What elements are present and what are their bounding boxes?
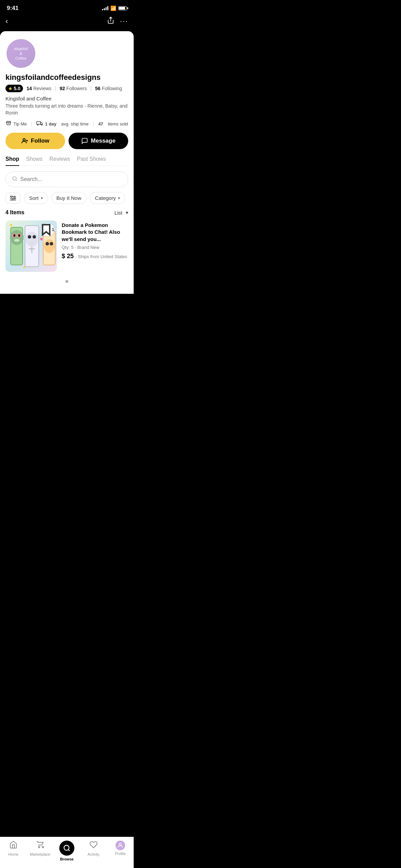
product-info: Donate a Pokemon Bookmark to Chat! Also … [62,220,128,272]
filter-button[interactable] [5,193,21,204]
stats-row: ★ 5.0 14 Reviews | 92 Followers | 56 Fol… [5,85,128,92]
wifi-icon: 📶 [110,5,116,11]
reviews-stat[interactable]: 14 Reviews [26,86,51,91]
tab-reviews[interactable]: Reviews [49,156,70,166]
more-options-button[interactable]: ··· [120,17,128,26]
nav-action-buttons: ··· [107,16,128,26]
shop-bio: Three friends turning art into dreams - … [5,103,128,116]
scroll-dot [65,280,68,283]
scroll-indicator [5,277,128,288]
svg-point-13 [14,197,15,199]
back-button[interactable]: ‹ [5,17,8,26]
ship-time-item: 1 day avg. ship time [36,121,88,127]
status-time: 9:41 [7,5,19,12]
svg-point-20 [13,234,15,237]
shop-meta: Tip Me | 1 day avg. ship time | 47 items… [5,120,128,127]
svg-point-21 [18,234,20,237]
bookmark-badge[interactable]: 1 [41,223,54,236]
items-count: 4 Items [5,209,24,216]
product-title: Donate a Pokemon Bookmark to Chat! Also … [62,222,128,243]
svg-rect-1 [37,122,40,124]
status-bar: 9:41 📶 [0,0,134,14]
tab-past-shows[interactable]: Past Shows [77,156,106,166]
tip-icon [5,120,12,127]
items-header: 4 Items List ▾ [5,209,128,216]
svg-point-17 [10,230,24,245]
status-icons: 📶 [102,5,127,11]
battery-icon [118,6,127,10]
avatar: kingsfoil&Coffee [5,38,36,69]
svg-point-7 [13,177,16,180]
svg-point-36 [46,242,49,245]
svg-point-37 [50,242,53,245]
product-image: ★ ★ ♥ ♥ [5,220,57,272]
tab-shows[interactable]: Shows [26,156,42,166]
sort-button[interactable]: Sort ▾ [24,192,48,204]
shop-name: Kingsfoil and Coffee [5,96,128,101]
svg-point-29 [29,242,34,244]
list-view-chevron-icon: ▾ [126,210,128,215]
buy-it-now-button[interactable]: Buy It Now [51,192,87,204]
tip-me-item[interactable]: Tip Me [5,120,27,127]
items-sold-item: 47 items sold [98,121,128,126]
tabs: Shop Shows Reviews Past Shows [5,156,128,166]
svg-point-14 [12,199,13,201]
category-chevron-icon: ▾ [118,196,120,201]
svg-text:♥: ♥ [40,236,43,242]
rating-badge: ★ 5.0 [5,85,23,92]
share-button[interactable] [107,16,114,26]
svg-point-27 [28,235,31,239]
search-wrapper[interactable] [5,171,128,187]
filter-row: Sort ▾ Buy It Now Category ▾ [5,192,128,204]
svg-point-26 [26,232,38,247]
main-content: Sort ▾ Buy It Now Category ▾ 4 Items Lis… [0,166,134,294]
search-input[interactable] [20,176,122,182]
svg-point-12 [11,196,12,197]
sort-chevron-icon: ▾ [41,196,43,201]
tip-me-label: Tip Me [13,121,27,126]
profile-section: kingsfoil&Coffee kingsfoilandcoffeedesig… [0,31,134,166]
product-card[interactable]: ★ ★ ♥ ♥ [5,220,128,277]
product-price: $ 25 · Ships from United States [62,253,128,260]
star-icon: ★ [8,86,12,91]
rating-value: 5.0 [14,86,20,91]
product-meta: Qty: 5 · Brand New [62,245,128,250]
ship-icon [36,121,43,127]
svg-point-2 [37,124,38,125]
list-view-button[interactable]: List ▾ [114,210,128,216]
username: kingsfoilandcoffeedesigns [5,73,128,82]
follow-button[interactable]: Follow [5,133,65,149]
message-button[interactable]: Message [69,133,128,149]
followers-stat[interactable]: 92 Followers [60,86,87,91]
svg-point-35 [44,239,55,253]
search-icon [12,176,17,183]
navigation-bar: ‹ ··· [0,14,134,31]
tab-shop[interactable]: Shop [5,156,19,166]
signal-icon [102,6,108,10]
avatar-text: kingsfoil&Coffee [14,46,28,61]
svg-point-22 [14,239,20,242]
action-buttons: Follow Message [5,133,128,149]
following-stat[interactable]: 56 Following [95,86,122,91]
svg-text:★: ★ [9,222,13,228]
svg-line-8 [16,180,17,181]
svg-point-28 [33,235,36,239]
category-button[interactable]: Category ▾ [90,192,125,204]
search-container [5,171,128,187]
svg-point-4 [23,139,25,141]
